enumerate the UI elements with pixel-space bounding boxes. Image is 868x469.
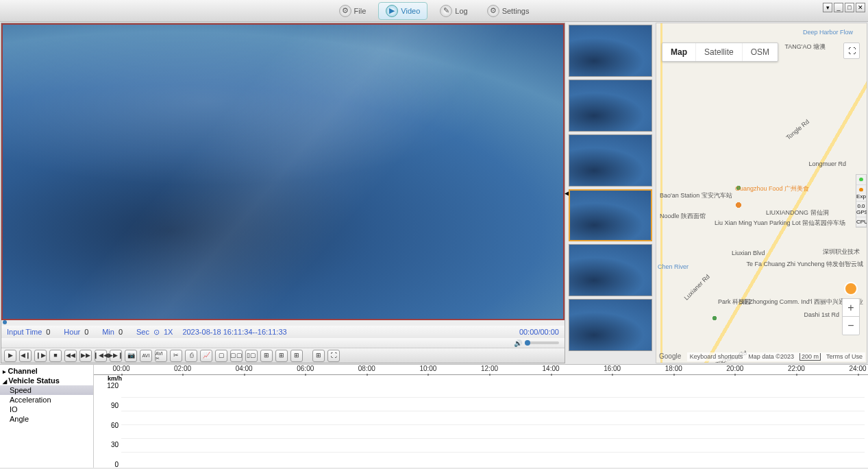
attrib-scale: 200 m	[799, 353, 821, 361]
time-tick: 20:00	[726, 365, 743, 372]
rewind-button[interactable]: ◀◀	[64, 350, 77, 362]
seek-bar[interactable]	[1, 320, 565, 326]
window-close-button[interactable]: ✕	[856, 3, 865, 12]
min-field[interactable]	[119, 328, 132, 336]
settings-icon: ⚙	[487, 5, 499, 17]
step-fwd-button[interactable]: ❙▶	[34, 350, 47, 362]
time-tick: 24:00	[849, 365, 866, 372]
skip-fwd-button[interactable]: ▶▶❙	[110, 350, 122, 362]
video-icon: ▶	[386, 5, 398, 17]
window-pin-button[interactable]: ▾	[823, 3, 832, 12]
volume-row: 🔊	[1, 338, 565, 348]
map-label-noodle: Noodle 陕西面馆	[660, 212, 706, 221]
forward-button[interactable]: ▶▶	[79, 350, 92, 362]
map-label-longmuer: Longmuer Rd	[808, 160, 846, 167]
layout-4-button[interactable]: ⊞	[260, 350, 273, 362]
map-attribution: Keyboard shortcuts Map data ©2023 200 m …	[687, 352, 865, 361]
window-minimize-button[interactable]: _	[834, 3, 843, 12]
settings-grid-button[interactable]: ⊞	[312, 350, 325, 362]
avi-cut-button[interactable]: AVI✂	[155, 350, 167, 362]
tab-file[interactable]: ⚙File	[332, 2, 373, 20]
step-back-button[interactable]: ◀❙	[19, 350, 32, 362]
thumbnail-1[interactable]	[569, 25, 652, 77]
attrib-terms[interactable]: Terms of Use	[826, 353, 863, 361]
map-fullscreen-button[interactable]: ⛶	[843, 43, 860, 59]
tree-angle[interactable]: Angle	[0, 414, 93, 424]
map-label-baoan: Bao'an Station 宝安汽车站	[660, 191, 732, 200]
map-label-tangao: TANG'AO 塘澳	[784, 43, 826, 51]
thumbnail-3[interactable]	[569, 134, 652, 187]
video-main-view[interactable]	[1, 23, 565, 320]
y-tick: 120	[98, 382, 119, 389]
map-label-guangzhou: Guangzhou Food 广州美食	[735, 184, 809, 193]
go-icon[interactable]: ⊙	[153, 328, 160, 337]
tree-acceleration[interactable]: Acceleration	[0, 395, 93, 405]
chart-area[interactable]	[121, 384, 865, 464]
skip-back-button[interactable]: ❙◀◀	[95, 350, 107, 362]
y-tick: 0	[98, 461, 119, 468]
volume-icon[interactable]: 🔊	[514, 339, 522, 347]
input-time-field[interactable]	[46, 328, 60, 336]
map-label-dashi: Dashi 1st Rd	[804, 311, 839, 318]
time-tick: 06:00	[297, 365, 314, 372]
tree-channel[interactable]: Channel	[0, 366, 93, 376]
avi-button[interactable]: AVI	[140, 350, 152, 362]
layout-9-button[interactable]: ⊞	[290, 350, 303, 362]
window-maximize-button[interactable]: □	[845, 3, 854, 12]
thumbnail-2[interactable]	[569, 80, 652, 132]
snapshot-button[interactable]: 📷	[125, 350, 137, 362]
attrib-shortcuts[interactable]: Keyboard shortcuts	[690, 353, 743, 361]
hour-label: Hour	[64, 328, 80, 336]
tab-log[interactable]: ✎Log	[433, 2, 474, 20]
seek-cursor[interactable]	[3, 320, 7, 324]
hour-field[interactable]	[84, 328, 98, 336]
tree-speed[interactable]: Speed	[0, 385, 93, 395]
layout-6-button[interactable]: ⊞	[275, 350, 288, 362]
chart-panel: 00:0002:0004:0006:0008:0010:0012:0014:00…	[94, 365, 868, 468]
tree-vehicle-status[interactable]: Vehicle Status	[0, 376, 93, 385]
tab-file-label: File	[354, 7, 367, 15]
file-icon: ⚙	[339, 5, 351, 17]
map-label-tefa: Te Fa Chuang Zhi Yuncheng 特发创智云城	[747, 260, 863, 269]
tab-video[interactable]: ▶Video	[378, 2, 427, 20]
main-tabs: ⚙File ▶Video ✎Log ⚙Settings	[332, 2, 536, 20]
time-tick: 10:00	[419, 365, 436, 372]
video-panel: Input Time Hour Min Sec ⊙ 1X 2023-08-18 …	[1, 23, 565, 363]
map-label-chen-river: Chen River	[658, 263, 689, 270]
y-tick: 30	[98, 441, 119, 448]
thumbnail-4[interactable]	[569, 189, 652, 241]
map-label-deep-harbor: Deep Harbor Flow	[803, 29, 853, 36]
sec-label: Sec	[136, 328, 149, 336]
map-status-gauge: Exp 0.0 GPS CPU	[856, 174, 867, 228]
speed-label: 1X	[164, 328, 173, 336]
thumbnail-5[interactable]	[569, 244, 652, 296]
zoom-in-button[interactable]: +	[843, 299, 859, 317]
y-tick: 90	[98, 402, 119, 409]
tree-io[interactable]: IO	[0, 405, 93, 414]
thumbnail-6[interactable]	[569, 299, 652, 351]
map-label-liuxian-blvd: Liuxian Blvd	[732, 250, 765, 256]
print-button[interactable]: ⎙	[185, 350, 197, 362]
map-panel[interactable]: Deep Harbor Flow TANG'AO 塘澳 Bao'an Stati…	[656, 23, 867, 363]
map-type-osm[interactable]: OSM	[743, 43, 778, 61]
map-type-satellite[interactable]: Satellite	[696, 43, 743, 61]
time-tick: 12:00	[481, 365, 498, 372]
layout-2-button[interactable]: ▢▢	[230, 350, 243, 362]
curve-button[interactable]: 📈	[200, 350, 212, 362]
layout-3-button[interactable]: ▯▢	[245, 350, 258, 362]
layout-1-button[interactable]: ▢	[215, 350, 227, 362]
time-axis: 00:0002:0004:0006:0008:0010:0012:0014:00…	[94, 365, 868, 375]
stop-button[interactable]: ■	[49, 350, 62, 362]
map-label-liuxiandong: LIUXIANDONG 留仙洞	[766, 208, 829, 217]
fullscreen-button[interactable]: ⛶	[327, 350, 340, 362]
volume-slider[interactable]	[525, 341, 559, 344]
volume-thumb[interactable]	[525, 340, 530, 346]
zoom-out-button[interactable]: −	[843, 317, 859, 335]
pegman-icon[interactable]	[844, 282, 858, 296]
status-dot-green	[859, 178, 863, 182]
cut-button[interactable]: ✂	[170, 350, 182, 362]
map-type-map[interactable]: Map	[662, 43, 696, 61]
play-button[interactable]: ▶	[4, 350, 16, 362]
tab-settings[interactable]: ⚙Settings	[480, 2, 536, 20]
tab-settings-label: Settings	[502, 7, 530, 15]
